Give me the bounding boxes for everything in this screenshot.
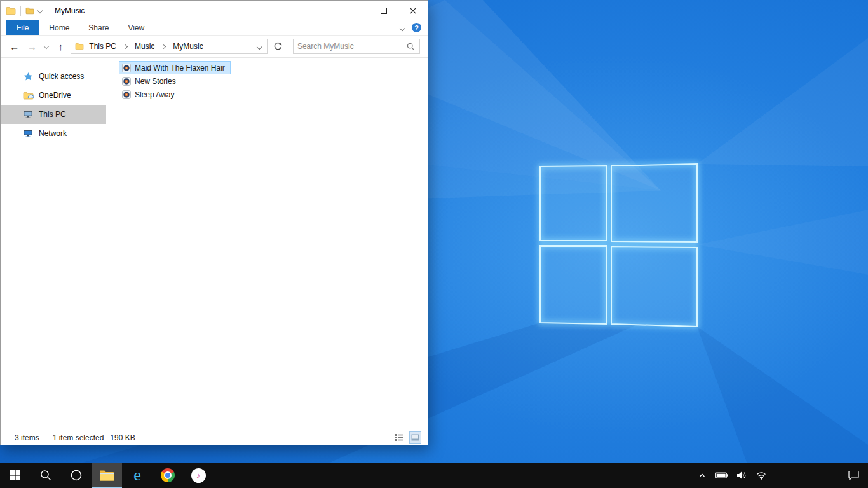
taskbar-itunes-button[interactable]: ♪	[183, 463, 214, 488]
breadcrumb-this-pc[interactable]: This PC	[86, 42, 119, 51]
search-box	[293, 39, 420, 54]
sidebar-item-label: Quick access	[39, 72, 84, 81]
breadcrumb-separator-icon	[123, 44, 128, 48]
battery-icon[interactable]	[715, 463, 728, 488]
breadcrumb-separator-icon	[161, 44, 166, 48]
tab-share[interactable]: Share	[79, 20, 118, 35]
item-count: 3 items	[15, 433, 39, 442]
volume-icon[interactable]	[735, 463, 748, 488]
start-button[interactable]	[0, 463, 31, 488]
taskbar-internet-explorer-button[interactable]: e	[122, 463, 153, 488]
titlebar[interactable]: MyMusic	[1, 1, 428, 20]
music-file-icon	[122, 77, 131, 86]
desktop[interactable]: MyMusic File Home Share View ?	[0, 0, 868, 488]
selection-count: 1 item selected	[53, 433, 104, 442]
qat-divider	[20, 6, 21, 16]
recent-locations-chevron-icon[interactable]	[42, 39, 51, 54]
search-icon[interactable]	[405, 43, 419, 51]
details-view-button[interactable]	[393, 431, 405, 444]
window-title: MyMusic	[55, 6, 85, 15]
file-name: Sleep Away	[135, 90, 175, 99]
music-file-icon	[122, 64, 131, 72]
help-icon[interactable]: ?	[412, 23, 421, 32]
address-dropdown-chevron-icon[interactable]	[254, 42, 264, 51]
quick-access-star-icon	[22, 72, 34, 81]
network-wifi-icon[interactable]	[755, 463, 768, 488]
file-list: Maid With The Flaxen Hair New Stories Sl…	[106, 58, 428, 430]
selection-size: 190 KB	[110, 433, 135, 442]
system-tray	[696, 463, 768, 488]
qat-customize-chevron-icon[interactable]	[38, 9, 42, 13]
close-button[interactable]	[398, 1, 428, 20]
internet-explorer-icon: e	[133, 467, 141, 484]
network-icon	[22, 129, 34, 138]
file-item-sleep-away[interactable]: Sleep Away	[119, 88, 180, 101]
music-file-icon	[122, 90, 131, 99]
maximize-button[interactable]	[369, 1, 398, 20]
tab-file[interactable]: File	[6, 20, 39, 35]
tab-home[interactable]: Home	[39, 20, 79, 35]
breadcrumb-mymusic[interactable]: MyMusic	[170, 42, 205, 51]
sidebar-item-label: OneDrive	[39, 91, 71, 100]
minimize-button[interactable]	[340, 1, 369, 20]
hidden-icons-chevron-icon[interactable]	[696, 463, 709, 488]
sidebar-item-this-pc[interactable]: This PC	[1, 105, 106, 124]
file-item-maid-with-the-flaxen-hair[interactable]: Maid With The Flaxen Hair	[119, 61, 231, 74]
chrome-icon	[161, 468, 175, 482]
address-folder-icon	[75, 43, 84, 50]
sidebar-item-label: Network	[39, 129, 67, 138]
taskbar: e ♪	[0, 463, 868, 488]
statusbar: 3 items 1 item selected 190 KB	[1, 430, 428, 445]
breadcrumb-music[interactable]: Music	[132, 42, 157, 51]
search-input[interactable]	[294, 42, 405, 51]
sidebar-item-label: This PC	[39, 110, 66, 119]
sidebar-item-network[interactable]: Network	[1, 124, 106, 143]
file-explorer-window: MyMusic File Home Share View ?	[0, 0, 428, 445]
onedrive-icon	[22, 92, 34, 100]
this-pc-icon	[22, 110, 34, 119]
taskbar-search-button[interactable]	[31, 463, 61, 488]
refresh-button[interactable]	[270, 39, 285, 54]
itunes-icon: ♪	[191, 468, 206, 483]
file-name: New Stories	[135, 77, 176, 86]
taskbar-chrome-button[interactable]	[153, 463, 183, 488]
action-center-button[interactable]	[839, 463, 868, 488]
up-button[interactable]: ↑	[53, 39, 69, 54]
file-name: Maid With The Flaxen Hair	[135, 64, 225, 72]
system-folder-icon	[6, 6, 16, 15]
status-divider	[46, 433, 46, 442]
forward-button[interactable]: →	[25, 39, 40, 54]
qat-properties-button[interactable]	[25, 7, 34, 15]
tab-view[interactable]: View	[118, 20, 154, 35]
large-icons-view-button[interactable]	[409, 431, 421, 444]
file-item-new-stories[interactable]: New Stories	[119, 74, 182, 88]
ribbon-expand-chevron-icon[interactable]	[400, 24, 404, 32]
taskbar-file-explorer-button[interactable]	[92, 463, 122, 488]
sidebar-item-onedrive[interactable]: OneDrive	[1, 86, 106, 105]
address-bar[interactable]: This PC Music MyMusic	[71, 39, 268, 54]
sidebar-item-quick-access[interactable]: Quick access	[1, 67, 106, 86]
back-button[interactable]: ←	[7, 39, 22, 54]
ribbon-tab-bar: File Home Share View ?	[1, 20, 428, 35]
address-toolbar: ← → ↑ This PC Music MyMusic	[1, 35, 428, 58]
cortana-button[interactable]	[61, 463, 92, 488]
navigation-pane: Quick access OneDrive This PC	[1, 58, 106, 430]
